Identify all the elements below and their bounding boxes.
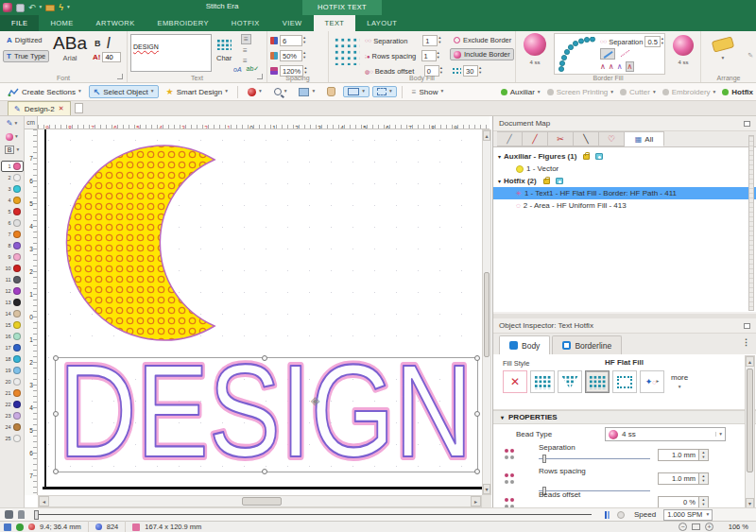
letter-spacing-input[interactable]: 6 [280,35,302,46]
vscroll-up-icon[interactable]: ▴ [483,130,490,141]
bead-color-8[interactable]: 8 [1,240,24,251]
zoom-in-icon[interactable]: + [705,523,713,531]
object-inspector-collapse-icon[interactable] [744,323,750,329]
corner-style-4-button[interactable]: ∧ [626,61,635,72]
save-icon[interactable] [16,4,25,12]
separation-value[interactable]: 1.0 mm▴▾ [658,449,709,461]
vscroll-thumb[interactable] [484,272,490,357]
inspector-scroll-thumb[interactable] [747,369,753,472]
zoom-out-icon[interactable]: − [679,523,687,531]
selection-handle-w[interactable] [53,411,59,417]
pen-tool-button[interactable]: ✎▾ [1,117,24,129]
bead-mode-button[interactable]: ▾ [1,130,24,143]
word-spacing-input[interactable]: 50% [280,50,302,61]
corner-style-1-button[interactable]: ∧ [600,62,606,71]
b-tool-button[interactable]: B▾ [1,144,24,156]
char-map-button[interactable]: Char [216,37,232,62]
fill-style-none-button[interactable]: ✕ [503,370,527,393]
lock-icon[interactable] [583,154,590,160]
fill-style-dense-button[interactable] [530,370,555,393]
zoom-picture-button[interactable]: ▾ [294,86,319,98]
inspector-scrollbar[interactable]: ▴ ▾ [745,355,755,509]
canvas-vscrollbar[interactable]: ▴ ▾ [482,129,491,495]
bead-color-15[interactable]: 15 [1,319,24,331]
auxiliar-layer-button[interactable]: Auxiliar▾ [501,88,541,96]
undo-icon[interactable]: ↶ [28,4,36,12]
simulation-design-icon[interactable] [5,510,13,519]
tab-artwork[interactable]: ARTWORK [85,15,146,31]
expand-icon[interactable]: ▾ [498,178,501,184]
canvas-hscrollbar[interactable]: ◂ ▸ [38,495,482,507]
bead-color-14[interactable]: 14 [1,308,24,319]
bead-color-1[interactable]: 1 [1,161,24,172]
tab-scissors-icon[interactable]: ✂ [548,131,574,146]
bead-color-12[interactable]: 12 [1,285,24,297]
inspector-scroll-up-icon[interactable]: ▴ [746,356,754,367]
selection-handle-se[interactable] [474,469,480,474]
bead-color-17[interactable]: 17 [1,342,24,353]
text-input[interactable]: DESIGN [130,34,212,72]
properties-section-header[interactable]: ▾ PROPERTIES [493,410,756,424]
align-left-button[interactable]: ≡ [241,34,251,44]
vscroll-down-icon[interactable]: ▾ [483,484,490,494]
bead-color-4[interactable]: 4 [1,195,24,206]
text-rotate-button[interactable]: oA [233,66,242,73]
bead-color-23[interactable]: 23 [1,410,24,421]
qat-more-icon[interactable]: ▾ [67,5,70,10]
separation-slider[interactable] [539,455,650,463]
bf-rows-spinner[interactable]: ▴▾ [438,51,439,60]
bead-color-21[interactable]: 21 [1,387,24,399]
lock-icon[interactable] [543,179,550,184]
bead-color-22[interactable]: 22 [1,399,24,410]
zoom-region-button[interactable]: ▾ [372,86,397,97]
bead-color-16[interactable]: 16 [1,331,24,342]
exclude-border-button[interactable]: Exclude Border [450,34,515,46]
border-separation-input[interactable]: 0.5 [644,36,660,47]
play-toggle-icon[interactable] [617,511,625,519]
corner-style-2-button[interactable]: ∧ [609,62,614,71]
selection-handle-e[interactable] [474,411,480,417]
letter-spacing-spinner[interactable]: ▴▾ [303,36,305,45]
hotfix-layer-button[interactable]: Hotfix [722,88,753,96]
border-bead-type-button[interactable]: 4 ss [520,33,550,65]
create-sections-button[interactable]: Create Sections▾ [3,86,86,98]
show-button[interactable]: ≡ Show▾ [407,86,448,98]
border-separation-spinner[interactable]: ▴▾ [662,37,663,46]
bf-separation-spinner[interactable]: ▴▾ [438,36,440,45]
bead-color-18[interactable]: 18 [1,353,24,365]
font-size-input[interactable] [102,52,121,62]
expand-icon[interactable]: ▾ [498,153,501,160]
zoom-document-button[interactable]: ▾ [269,86,292,97]
tab-needle-icon[interactable]: ╲ [574,131,599,146]
tab-embroidery[interactable]: EMBROIDERY [146,15,220,31]
bead-color-7[interactable]: 7 [1,229,24,240]
line-style-solid-button[interactable] [600,48,615,60]
document-map-scrollbar[interactable] [748,135,754,311]
align-center-button[interactable]: ≡ [241,46,251,55]
contextual-tab-header[interactable]: HOTFIX TEXT [302,0,382,15]
simulation-machine-icon[interactable] [18,510,25,519]
tree-text-item[interactable]: ✳ 1 - Text1 - HF Flat Fill - Border: HF … [493,187,756,199]
folder-icon[interactable] [45,5,55,11]
bead-color-20[interactable]: 20 [1,376,24,387]
visibility-icon[interactable] [556,178,563,184]
undo-dropdown-icon[interactable]: ▾ [40,5,43,10]
tree-auxiliar-header[interactable]: ▾ Auxiliar - Figures (1) [493,150,756,163]
hscroll-left-icon[interactable]: ◂ [39,496,49,506]
visibility-icon[interactable] [595,153,603,160]
arrange-button[interactable]: ▾ [713,37,733,61]
cutter-layer-button[interactable]: Cutter▾ [620,88,656,96]
moon-object[interactable] [52,139,290,347]
selection-handle-nw[interactable] [53,355,59,361]
zoom-fit-icon[interactable] [692,523,700,530]
design-text-object[interactable]: DESIGN DESIGN [56,358,477,472]
separation-slider-thumb[interactable] [542,455,546,463]
tree-hotfix-header[interactable]: ▾ Hotfix (2) [493,175,756,187]
bead-tool-button[interactable]: ▾ [243,86,266,98]
close-tab-icon[interactable]: ✕ [59,105,64,112]
pan-button[interactable] [322,85,340,98]
selection-handle-sw[interactable] [53,469,59,474]
hscroll-thumb[interactable] [242,497,282,506]
move-handle-icon[interactable]: ◈ [311,394,319,407]
select-object-button[interactable]: ↖ Select Object▾ [89,85,159,98]
